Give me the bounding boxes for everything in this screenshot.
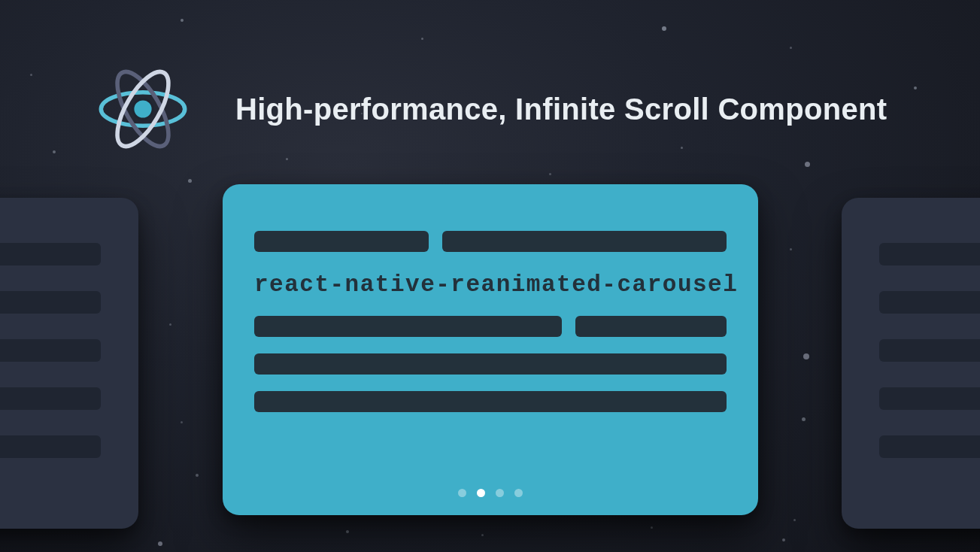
page-title: High-performance, Infinite Scroll Compon… <box>235 93 887 126</box>
carousel-stage: react-native-reanimated-carousel <box>0 184 980 530</box>
placeholder-bar <box>254 353 727 375</box>
pager <box>254 481 727 497</box>
placeholder-row <box>254 316 727 337</box>
placeholder-bar <box>879 387 980 410</box>
placeholder-bar <box>575 316 727 337</box>
carousel-main-card[interactable]: react-native-reanimated-carousel <box>223 184 758 515</box>
placeholder-row <box>254 391 727 412</box>
placeholder-row <box>254 353 727 375</box>
placeholder-bar <box>0 243 101 265</box>
placeholder-bar <box>254 316 562 337</box>
package-name-text: react-native-reanimated-carousel <box>254 268 727 299</box>
placeholder-bar <box>879 435 980 458</box>
carousel-side-card-right[interactable] <box>842 198 980 529</box>
pager-dot[interactable] <box>458 489 466 497</box>
placeholder-row <box>254 231 727 252</box>
placeholder-bar <box>254 231 429 252</box>
pager-dot[interactable] <box>496 489 504 497</box>
placeholder-bar <box>0 435 101 458</box>
react-logo-icon <box>86 60 199 158</box>
carousel-side-card-left[interactable] <box>0 198 138 529</box>
placeholder-bar <box>879 291 980 314</box>
pager-dot[interactable] <box>514 489 523 497</box>
pager-dot-active[interactable] <box>477 489 485 497</box>
placeholder-bar <box>0 339 101 362</box>
placeholder-bar <box>0 291 101 314</box>
placeholder-bar <box>879 339 980 362</box>
header: High-performance, Infinite Scroll Compon… <box>86 60 887 158</box>
placeholder-bar <box>254 391 727 412</box>
placeholder-bar <box>442 231 727 252</box>
placeholder-bar <box>879 243 980 265</box>
placeholder-bar <box>0 387 101 410</box>
